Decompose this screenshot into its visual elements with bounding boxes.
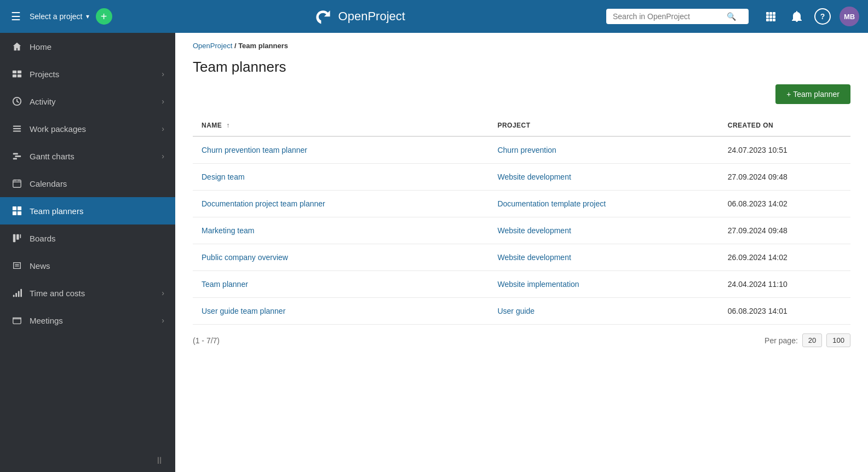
sidebar-item-news-label: News <box>30 261 50 270</box>
layout: Home Projects › Activity › Work packages… <box>0 33 868 472</box>
app-logo: OpenProject <box>119 7 600 26</box>
table-row: Documentation project team planner Docum… <box>193 191 850 217</box>
breadcrumb: OpenProject / Team planners <box>175 33 868 54</box>
row-name: Design team <box>193 164 488 191</box>
row-project: Documentation template project <box>488 191 718 217</box>
sidebar-item-work-packages-label: Work packages <box>30 124 86 134</box>
row-project-link[interactable]: Website development <box>497 172 571 181</box>
svg-rect-29 <box>16 234 19 240</box>
sidebar-item-projects[interactable]: Projects › <box>0 60 175 88</box>
bell-icon[interactable] <box>788 8 806 25</box>
svg-rect-17 <box>13 153 18 155</box>
sidebar-item-gantt-label: Gantt charts <box>30 152 74 161</box>
sidebar-item-team-planners[interactable]: Team planners <box>0 197 175 225</box>
sidebar-item-activity[interactable]: Activity › <box>0 88 175 115</box>
column-project[interactable]: PROJECT <box>488 115 718 136</box>
svg-rect-20 <box>13 180 21 188</box>
column-name[interactable]: NAME ↑ <box>193 115 488 136</box>
row-name-link[interactable]: Churn prevention team planner <box>202 146 307 154</box>
sidebar: Home Projects › Activity › Work packages… <box>0 33 175 472</box>
row-name-link[interactable]: User guide team planner <box>202 307 285 315</box>
project-select[interactable]: Select a project ▾ <box>30 12 89 21</box>
row-name: Documentation project team planner <box>193 191 488 217</box>
sidebar-collapse[interactable]: ⏸ <box>0 450 175 472</box>
row-project-link[interactable]: Website development <box>497 253 571 262</box>
new-project-button[interactable]: + <box>96 8 112 25</box>
svg-rect-8 <box>773 19 775 21</box>
gantt-arrow: › <box>162 152 164 160</box>
svg-rect-27 <box>18 211 21 215</box>
sidebar-item-news[interactable]: News <box>0 252 175 279</box>
sidebar-item-boards-label: Boards <box>30 234 56 243</box>
row-project: Website development <box>488 217 718 244</box>
per-page-20[interactable]: 20 <box>802 333 822 347</box>
help-icon[interactable]: ? <box>814 8 831 25</box>
row-project-link[interactable]: Documentation template project <box>497 199 606 208</box>
sort-arrow-name: ↑ <box>226 122 230 129</box>
avatar[interactable]: MB <box>840 7 859 26</box>
sidebar-item-calendars[interactable]: Calendars <box>0 170 175 197</box>
row-name-link[interactable]: Design team <box>202 172 245 181</box>
svg-rect-33 <box>13 295 15 297</box>
sidebar-item-home-label: Home <box>30 42 51 51</box>
row-project-link[interactable]: Website development <box>497 226 571 235</box>
news-icon <box>11 260 23 272</box>
sidebar-item-work-packages[interactable]: Work packages › <box>0 115 175 142</box>
row-name-link[interactable]: Marketing team <box>202 226 254 235</box>
row-project-link[interactable]: Website implementation <box>497 280 579 289</box>
row-name-link[interactable]: Public company overview <box>202 253 288 262</box>
search-bar[interactable]: 🔍 <box>606 9 749 24</box>
work-packages-icon <box>11 123 23 135</box>
table-row: Public company overview Website developm… <box>193 244 850 271</box>
calendars-icon <box>11 177 23 189</box>
row-created-on: 06.08.2023 14:02 <box>719 191 850 217</box>
sidebar-item-meetings-label: Meetings <box>30 316 63 325</box>
svg-rect-30 <box>20 234 21 238</box>
sidebar-item-calendars-label: Calendars <box>30 179 67 188</box>
svg-rect-7 <box>769 19 772 21</box>
new-team-planner-button[interactable]: + Team planner <box>775 84 850 104</box>
breadcrumb-root[interactable]: OpenProject <box>193 42 232 50</box>
table-row: Churn prevention team planner Churn prev… <box>193 136 850 164</box>
svg-rect-0 <box>766 12 769 15</box>
sidebar-item-gantt-charts[interactable]: Gantt charts › <box>0 142 175 170</box>
row-project: Churn prevention <box>488 136 718 164</box>
row-project: Website development <box>488 164 718 191</box>
page-title: Team planners <box>193 59 286 76</box>
svg-rect-1 <box>769 12 772 15</box>
row-created-on: 06.08.2023 14:01 <box>719 298 850 325</box>
breadcrumb-current: Team planners <box>238 42 288 50</box>
sidebar-item-home[interactable]: Home <box>0 33 175 60</box>
row-project: Website development <box>488 244 718 271</box>
row-name: Team planner <box>193 271 488 298</box>
projects-icon <box>11 68 23 80</box>
meetings-arrow: › <box>162 316 164 325</box>
sidebar-item-time-costs[interactable]: Time and costs › <box>0 279 175 307</box>
column-created-on[interactable]: CREATED ON <box>719 115 850 136</box>
activity-arrow: › <box>162 97 164 106</box>
svg-rect-5 <box>773 15 775 18</box>
main-content: OpenProject / Team planners Team planner… <box>175 33 868 472</box>
row-name-link[interactable]: Team planner <box>202 280 248 289</box>
table-row: Team planner Website implementation 24.0… <box>193 271 850 298</box>
boards-icon <box>11 232 23 244</box>
svg-rect-28 <box>13 234 16 242</box>
row-project-link[interactable]: User guide <box>497 307 534 315</box>
hamburger-icon[interactable]: ☰ <box>9 8 23 25</box>
svg-rect-9 <box>13 71 16 73</box>
per-page-100[interactable]: 100 <box>826 333 850 347</box>
per-page-control: Per page: 20 100 <box>764 333 850 347</box>
table-row: User guide team planner User guide 06.08… <box>193 298 850 325</box>
search-input[interactable] <box>613 12 722 21</box>
row-created-on: 24.04.2024 11:10 <box>719 271 850 298</box>
table-row: Marketing team Website development 27.09… <box>193 217 850 244</box>
svg-rect-6 <box>766 19 769 21</box>
row-project-link[interactable]: Churn prevention <box>497 146 556 154</box>
row-name-link[interactable]: Documentation project team planner <box>202 199 325 208</box>
sidebar-item-time-costs-label: Time and costs <box>30 289 85 298</box>
sidebar-item-projects-label: Projects <box>30 70 59 79</box>
sidebar-item-meetings[interactable]: Meetings › <box>0 307 175 334</box>
activity-icon <box>11 95 23 107</box>
sidebar-item-boards[interactable]: Boards <box>0 225 175 252</box>
grid-icon[interactable] <box>762 8 779 25</box>
